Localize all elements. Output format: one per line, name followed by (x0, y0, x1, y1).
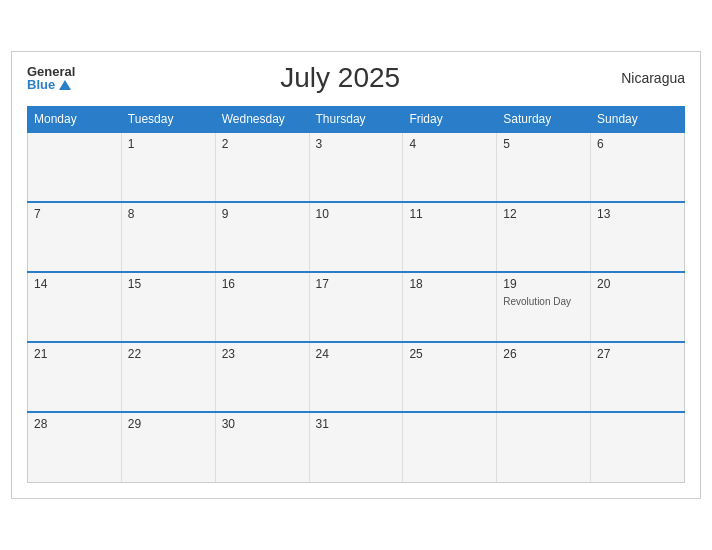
calendar-day-cell: 15 (121, 272, 215, 342)
calendar-day-cell: 25 (403, 342, 497, 412)
calendar-day-cell: 3 (309, 132, 403, 202)
calendar-week-row: 141516171819Revolution Day20 (28, 272, 685, 342)
day-number: 7 (34, 207, 115, 221)
day-number: 15 (128, 277, 209, 291)
calendar-day-cell: 10 (309, 202, 403, 272)
calendar-day-cell: 17 (309, 272, 403, 342)
calendar-day-cell (591, 412, 685, 482)
calendar-day-cell: 7 (28, 202, 122, 272)
day-number: 13 (597, 207, 678, 221)
calendar-week-row: 21222324252627 (28, 342, 685, 412)
weekday-sunday: Sunday (591, 107, 685, 133)
calendar-country: Nicaragua (605, 70, 685, 86)
calendar-day-cell: 16 (215, 272, 309, 342)
day-number: 22 (128, 347, 209, 361)
day-number: 12 (503, 207, 584, 221)
day-number: 30 (222, 417, 303, 431)
calendar-day-cell: 30 (215, 412, 309, 482)
weekday-thursday: Thursday (309, 107, 403, 133)
weekday-tuesday: Tuesday (121, 107, 215, 133)
calendar-day-cell: 12 (497, 202, 591, 272)
day-number: 5 (503, 137, 584, 151)
day-number: 2 (222, 137, 303, 151)
calendar-day-cell: 23 (215, 342, 309, 412)
logo-blue-text: Blue (27, 78, 71, 91)
day-number: 6 (597, 137, 678, 151)
calendar-day-cell: 20 (591, 272, 685, 342)
calendar-title: July 2025 (75, 62, 605, 94)
day-number: 17 (316, 277, 397, 291)
calendar-day-cell: 5 (497, 132, 591, 202)
calendar-day-cell: 19Revolution Day (497, 272, 591, 342)
day-number: 1 (128, 137, 209, 151)
day-event: Revolution Day (503, 296, 571, 307)
day-number: 20 (597, 277, 678, 291)
calendar-day-cell: 1 (121, 132, 215, 202)
calendar-day-cell: 24 (309, 342, 403, 412)
calendar-day-cell: 26 (497, 342, 591, 412)
day-number: 29 (128, 417, 209, 431)
day-number: 11 (409, 207, 490, 221)
day-number: 26 (503, 347, 584, 361)
day-number: 9 (222, 207, 303, 221)
calendar-day-cell: 11 (403, 202, 497, 272)
weekday-monday: Monday (28, 107, 122, 133)
calendar-day-cell: 21 (28, 342, 122, 412)
day-number: 18 (409, 277, 490, 291)
day-number: 31 (316, 417, 397, 431)
calendar-grid: Monday Tuesday Wednesday Thursday Friday… (27, 106, 685, 483)
day-number: 8 (128, 207, 209, 221)
calendar-week-row: 28293031 (28, 412, 685, 482)
calendar-week-row: 78910111213 (28, 202, 685, 272)
weekday-saturday: Saturday (497, 107, 591, 133)
weekday-header-row: Monday Tuesday Wednesday Thursday Friday… (28, 107, 685, 133)
calendar-day-cell: 9 (215, 202, 309, 272)
day-number: 27 (597, 347, 678, 361)
calendar-day-cell: 14 (28, 272, 122, 342)
day-number: 10 (316, 207, 397, 221)
calendar-day-cell: 2 (215, 132, 309, 202)
calendar-day-cell: 29 (121, 412, 215, 482)
calendar-day-cell (403, 412, 497, 482)
calendar-day-cell: 31 (309, 412, 403, 482)
day-number: 28 (34, 417, 115, 431)
weekday-friday: Friday (403, 107, 497, 133)
logo: General Blue (27, 65, 75, 91)
calendar-day-cell (497, 412, 591, 482)
calendar-day-cell: 4 (403, 132, 497, 202)
day-number: 19 (503, 277, 584, 291)
day-number: 4 (409, 137, 490, 151)
calendar-day-cell: 18 (403, 272, 497, 342)
calendar-day-cell: 6 (591, 132, 685, 202)
day-number: 24 (316, 347, 397, 361)
logo-triangle-icon (59, 80, 71, 90)
day-number: 14 (34, 277, 115, 291)
day-number: 23 (222, 347, 303, 361)
calendar-week-row: 123456 (28, 132, 685, 202)
calendar-day-cell: 28 (28, 412, 122, 482)
weekday-wednesday: Wednesday (215, 107, 309, 133)
day-number: 25 (409, 347, 490, 361)
day-number: 16 (222, 277, 303, 291)
day-number: 21 (34, 347, 115, 361)
day-number: 3 (316, 137, 397, 151)
calendar-header: General Blue July 2025 Nicaragua (27, 62, 685, 94)
calendar-day-cell (28, 132, 122, 202)
calendar-day-cell: 27 (591, 342, 685, 412)
calendar-day-cell: 22 (121, 342, 215, 412)
calendar-day-cell: 13 (591, 202, 685, 272)
calendar-container: General Blue July 2025 Nicaragua Monday … (11, 51, 701, 499)
calendar-day-cell: 8 (121, 202, 215, 272)
